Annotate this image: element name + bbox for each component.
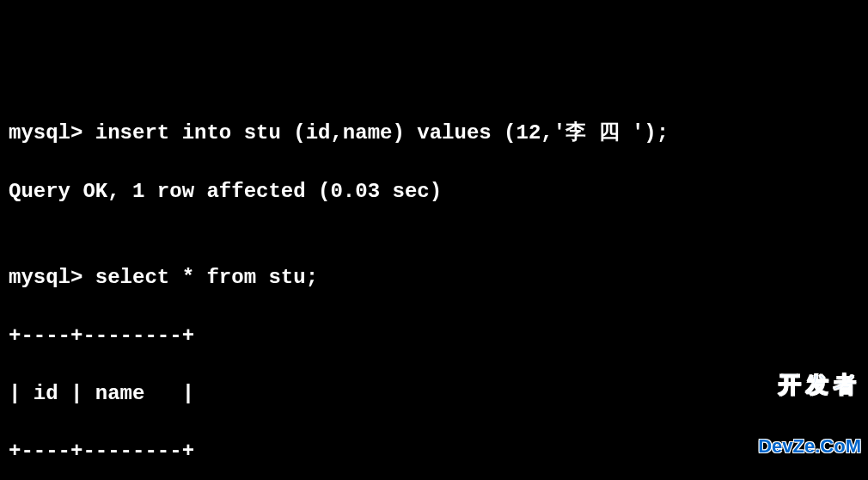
watermark: 开发者 DevZe.CoM <box>758 332 861 477</box>
terminal-line-border-mid: +----+--------+ <box>9 437 859 466</box>
watermark-text-top: 开发者 <box>758 373 861 396</box>
terminal-line-border-top: +----+--------+ <box>9 322 859 351</box>
terminal-line-query-ok: Query OK, 1 row affected (0.03 sec) <box>9 177 859 206</box>
watermark-text-bottom: DevZe.CoM <box>758 437 861 456</box>
terminal-line-select: mysql> select * from stu; <box>9 263 859 292</box>
terminal-line-insert: mysql> insert into stu (id,name) values … <box>9 119 859 148</box>
terminal-line-header: | id | name | <box>9 379 859 409</box>
